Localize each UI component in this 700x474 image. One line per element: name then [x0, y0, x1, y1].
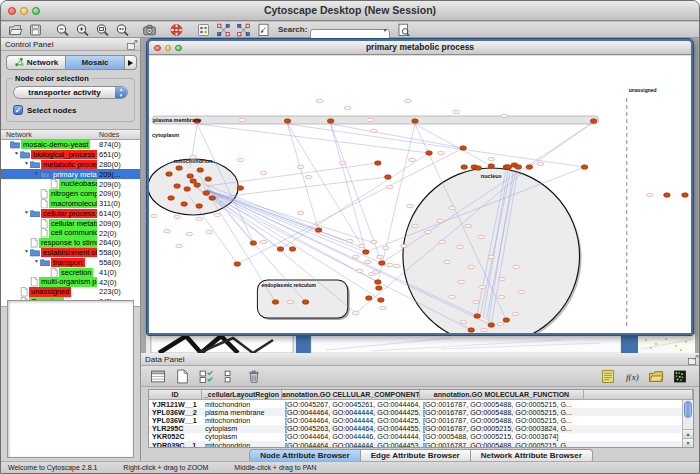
node-label-marker	[214, 213, 221, 216]
network-node	[166, 172, 173, 177]
tab-mosaic[interactable]: Mosaic	[65, 55, 125, 70]
node-color-dropdown[interactable]: transporter activity ▲▼	[13, 86, 128, 99]
tree-row-biological-process[interactable]: ▼biological_process651(0)	[1, 150, 140, 160]
tree-row-count: 264(0)	[99, 238, 121, 247]
table-cell[interactable]: [GO:0016787, GO:0005488, GO:0005215, G..…	[420, 441, 584, 447]
column-header[interactable]: ID	[149, 390, 202, 399]
control-panel-tabs: Network Mosaic	[6, 55, 137, 70]
network-window-titlebar[interactable]: primary metabolic process	[149, 41, 691, 55]
node-label-marker	[457, 245, 464, 248]
tree-row-label: nucleobase-	[59, 179, 97, 189]
zoom-button[interactable]	[32, 7, 40, 15]
close-button[interactable]	[154, 45, 161, 52]
file-icon	[30, 277, 38, 287]
network-node	[234, 262, 241, 267]
delete-attribute-icon[interactable]	[244, 368, 264, 385]
zoom-button[interactable]	[175, 45, 182, 52]
network-node	[461, 165, 468, 170]
minimize-button[interactable]	[20, 7, 28, 15]
folder-icon	[20, 150, 30, 159]
node-label-marker	[478, 235, 485, 238]
zoom-out-icon[interactable]	[53, 22, 71, 37]
search-go-icon[interactable]	[394, 22, 412, 37]
tree-row-metabolic-process[interactable]: ▼metabolic process280(0)	[1, 160, 140, 170]
network-node	[187, 174, 194, 179]
tree-row-response-to-stimulu[interactable]: response to stimulu264(0)	[1, 238, 140, 248]
scroll-up-icon[interactable]: ▲	[683, 429, 693, 438]
save-icon[interactable]	[26, 22, 44, 37]
table-row[interactable]: YDR039C__1mitochondrion[GO:0044464, GO:0…	[149, 441, 682, 447]
folder-icon	[30, 209, 40, 218]
tree-row-cellular-process[interactable]: ▼cellular process614(0)	[1, 209, 140, 219]
float-panel-icon[interactable]	[688, 355, 698, 364]
select-attributes-icon[interactable]	[196, 368, 216, 385]
table-scrollbar[interactable]: ▲ ▼	[682, 400, 693, 447]
zoom-in-icon[interactable]	[73, 22, 91, 37]
tab-network[interactable]: Network	[6, 55, 65, 70]
import-attributes-icon[interactable]	[646, 368, 666, 385]
expander-icon[interactable]: ▼	[13, 150, 20, 159]
formula-builder-icon[interactable]: f(x)	[622, 368, 642, 385]
expander-icon[interactable]: ▼	[33, 258, 40, 267]
network-node	[488, 164, 495, 169]
show-table-icon[interactable]	[148, 368, 168, 385]
tree-row-cell-communicat[interactable]: cell communicat22(0)	[1, 228, 140, 238]
attribute-matrix-icon[interactable]	[670, 368, 690, 385]
tab-overflow-button[interactable]	[125, 55, 137, 70]
annotation-icon[interactable]	[254, 22, 272, 37]
tree-row-primary-metabo[interactable]: ▼primary metabo209(...	[1, 169, 140, 179]
tree-row-unassigned[interactable]: unassigned223(0)	[1, 287, 140, 297]
attribute-notes-icon[interactable]	[598, 368, 618, 385]
column-header[interactable]: _cellularLayoutRegion	[202, 390, 282, 399]
table-cell[interactable]: YDR039C__1	[149, 441, 202, 447]
network-node	[474, 314, 481, 319]
main-toolbar: Search: ▼	[1, 22, 699, 38]
network-desktop: primary metabolic process plasma membran…	[141, 38, 700, 353]
table-cell[interactable]: mitochondrion	[202, 441, 282, 447]
scrollbar-thumb[interactable]	[684, 401, 692, 418]
open-file-icon[interactable]	[6, 22, 24, 37]
tree-row-cellular-metabo[interactable]: cellular metabo209(0)	[1, 218, 140, 228]
expander-icon[interactable]: ▼	[23, 248, 30, 257]
create-attribute-icon[interactable]	[172, 368, 192, 385]
network-node	[515, 165, 522, 170]
tree-row-macromolecule[interactable]: macromolecule311(0)	[1, 199, 140, 209]
expander-spacer	[43, 268, 50, 278]
table-cell[interactable]: [GO:0044464, GO:0044444, GO:0044453, G..…	[282, 441, 420, 447]
network-canvas[interactable]: plasma membranecytoplasmmitochondrionnuc…	[149, 56, 691, 333]
tree-row-mosaic-demo-yeast[interactable]: mosaic-demo-yeast874(0)	[1, 140, 140, 150]
hide-selected-icon[interactable]	[214, 22, 232, 37]
expander-icon[interactable]: ▼	[23, 160, 30, 169]
node-label-marker	[488, 157, 495, 160]
folder-icon	[30, 248, 40, 257]
birdseye-view[interactable]	[7, 300, 134, 458]
select-nodes-checkbox[interactable]: ✓	[13, 105, 23, 115]
float-panel-icon[interactable]	[127, 40, 137, 49]
tree-row-transport[interactable]: ▼transport558(0)	[1, 258, 140, 268]
scroll-down-icon[interactable]: ▼	[683, 438, 693, 447]
help-icon[interactable]	[167, 22, 185, 37]
network-glyph-icon	[14, 57, 24, 69]
vizmapper-icon[interactable]	[194, 22, 212, 37]
minimize-button[interactable]	[165, 45, 172, 52]
expander-icon[interactable]: ▼	[23, 209, 30, 218]
network-node	[184, 187, 191, 192]
tree-row-nucleobase-[interactable]: nucleobase-209(0)	[1, 179, 140, 189]
close-button[interactable]	[8, 7, 16, 15]
snapshot-icon[interactable]	[140, 22, 158, 37]
expander-spacer	[13, 287, 20, 297]
zoom-selected-icon[interactable]	[113, 22, 131, 37]
unhide-all-icon[interactable]	[234, 22, 252, 37]
column-header[interactable]: annotation.GO MOLECULAR_FUNCTION	[420, 390, 584, 399]
chevron-down-icon[interactable]: ▼	[382, 27, 387, 33]
folder-icon	[40, 258, 50, 267]
node-label-marker	[176, 244, 183, 247]
expander-icon[interactable]: ▼	[33, 170, 40, 179]
unselect-attributes-icon[interactable]	[220, 368, 240, 385]
tree-row-secretion[interactable]: secretion41(0)	[1, 267, 140, 277]
column-header[interactable]: annotation.GO CELLULAR_COMPONENT	[282, 390, 420, 399]
tree-row-establishment-of-lo[interactable]: ▼establishment of lo558(0)	[1, 248, 140, 258]
tree-row-multi-organism-pro[interactable]: multi-organism pro42(0)	[1, 277, 140, 287]
zoom-fit-icon[interactable]	[93, 22, 111, 37]
tree-row-nitrogen-compo[interactable]: nitrogen compo209(0)	[1, 189, 140, 199]
